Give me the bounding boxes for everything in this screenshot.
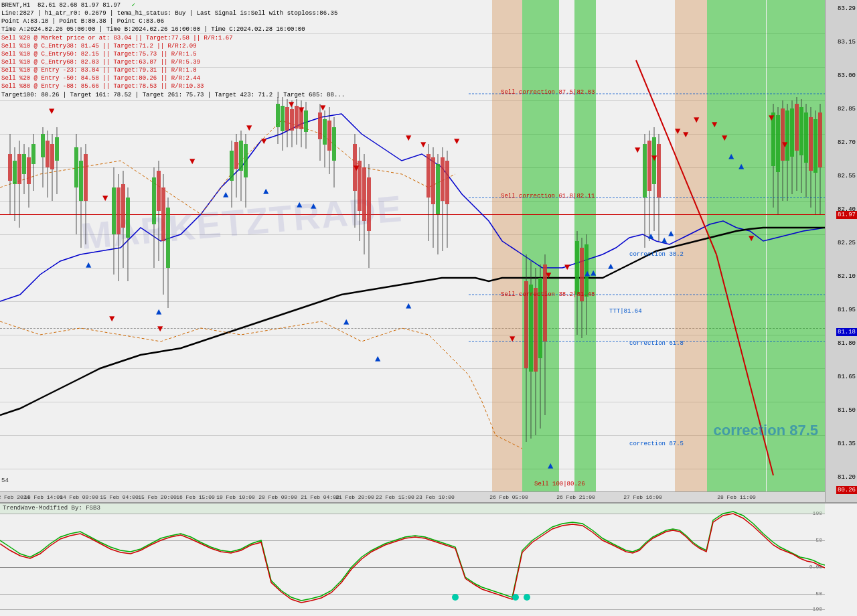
sell-line-3: Sell %10 @ C_Entry50: 82.15 || Target:75… xyxy=(1,50,345,58)
arrow-down-3: ▼ xyxy=(109,313,114,324)
svg-rect-1 xyxy=(8,154,12,181)
chart-title: BRENT,H1 xyxy=(1,2,30,9)
arrow-down-17: ▼ xyxy=(564,262,570,273)
sell-correction-382: Sell correction 38.2|81.48 xyxy=(501,291,595,298)
svg-rect-51 xyxy=(276,104,280,127)
svg-rect-121 xyxy=(785,110,789,161)
time-9: 21 Feb 04:00 xyxy=(301,494,339,500)
arrow-down-7: ▼ xyxy=(261,136,266,147)
sell-line-2: Sell %10 @ C_Entry38: 81.45 || Target:71… xyxy=(1,42,345,50)
svg-rect-101 xyxy=(575,241,579,295)
svg-rect-123 xyxy=(790,108,794,157)
arrow-down-18: ▼ xyxy=(635,145,640,155)
time-8: 20 Feb 09:00 xyxy=(258,494,297,500)
main-container: BRENT,H1 82.61 82.68 81.97 81.97 ✓ Line:… xyxy=(0,0,857,616)
arrow-up-17: ▲ xyxy=(728,151,734,162)
svg-rect-27 xyxy=(112,187,116,234)
svg-rect-15 xyxy=(46,141,50,167)
svg-rect-23 xyxy=(79,161,83,201)
svg-rect-17 xyxy=(50,144,54,169)
sell-line-4: Sell %10 @ C_Entry68: 82.83 || Target:63… xyxy=(1,58,345,66)
svg-rect-125 xyxy=(795,104,799,151)
time-14: 26 Feb 21:00 xyxy=(556,494,595,500)
arrow-down-27: ▼ xyxy=(782,139,787,150)
time-16: 28 Feb 11:00 xyxy=(717,494,756,500)
arrow-up-6: ▲ xyxy=(311,201,316,212)
arrow-up-7: ▲ xyxy=(343,317,349,327)
time-13: 26 Feb 05:00 xyxy=(489,494,528,500)
teal-dot-svg-2 xyxy=(512,594,519,601)
indicator-title: TrendWave-Modified By: FSB3 xyxy=(3,505,100,512)
arrow-down-8: ▼ xyxy=(289,99,294,110)
svg-rect-41 xyxy=(166,208,170,268)
arrow-up-5: ▲ xyxy=(297,200,302,210)
ttt-label: TTT|81.64 xyxy=(609,308,642,315)
indicator-red-line xyxy=(0,514,825,603)
correction-875-label: correction 87.5 xyxy=(629,441,684,447)
time-7: 19 Feb 10:00 xyxy=(216,494,255,500)
svg-rect-29 xyxy=(116,187,121,234)
arrow-up-18: ▲ xyxy=(738,161,744,172)
svg-rect-117 xyxy=(776,115,780,172)
arrow-down-13: ▼ xyxy=(420,139,426,150)
arrow-down-21: ▼ xyxy=(683,129,688,140)
svg-rect-21 xyxy=(74,147,78,187)
price-8180: 81.80 xyxy=(838,340,856,347)
arrow-down-11: ▼ xyxy=(354,163,359,173)
svg-rect-37 xyxy=(157,171,161,211)
time-5: 15 Feb 20:00 xyxy=(138,494,177,500)
price-values: 82.61 82.68 81.97 81.97 xyxy=(37,2,121,9)
svg-rect-109 xyxy=(647,141,651,191)
svg-rect-19 xyxy=(55,137,59,161)
price-54-label: 54 xyxy=(1,477,9,484)
time-2: 13 Feb 14:00 xyxy=(24,494,63,500)
arrow-down-14: ▼ xyxy=(454,136,459,147)
price-8225: 82.25 xyxy=(838,240,856,246)
svg-rect-53 xyxy=(281,106,285,131)
svg-rect-63 xyxy=(304,110,308,132)
teal-dot-svg-3 xyxy=(524,594,530,601)
svg-rect-9 xyxy=(27,157,31,184)
candles-group xyxy=(8,97,822,442)
point-info: Point A:83.18 | Point B:80.38 | Point C:… xyxy=(1,17,345,25)
svg-rect-131 xyxy=(809,117,813,171)
svg-rect-5 xyxy=(17,154,21,184)
svg-rect-71 xyxy=(332,127,336,161)
arrow-up-10: ▲ xyxy=(548,461,553,471)
sell-correction-875: Sell correction 87.5|82.83 xyxy=(501,89,595,96)
svg-rect-7 xyxy=(22,154,26,174)
arrow-up-2: ▲ xyxy=(156,307,161,317)
arrow-up-3: ▲ xyxy=(223,189,228,200)
arrow-down-5: ▼ xyxy=(189,156,195,167)
correction-382-label: correction 38.2 xyxy=(629,251,684,258)
red-trend-line-2 xyxy=(716,254,773,475)
svg-rect-107 xyxy=(643,144,647,198)
arrow-up-12: ▲ xyxy=(591,268,596,279)
svg-rect-39 xyxy=(161,187,165,241)
price-8195: 81.95 xyxy=(838,307,856,313)
time-6: 16 Feb 15:00 xyxy=(176,494,215,500)
time-axis: 12 Feb 2024 13 Feb 14:00 14 Feb 09:00 15… xyxy=(0,491,825,502)
arrow-down-2: ▼ xyxy=(102,193,108,204)
svg-rect-49 xyxy=(244,144,248,177)
svg-rect-119 xyxy=(781,108,785,161)
price-8120: 81.20 xyxy=(838,474,856,481)
indicator-svg xyxy=(0,504,825,616)
targets-line: Target100: 80.26 | Target 161: 78.52 | T… xyxy=(1,91,345,99)
chart-area: BRENT,H1 82.61 82.68 81.97 81.97 ✓ Line:… xyxy=(0,0,857,502)
arrow-down-16: ▼ xyxy=(546,270,551,281)
time-11: 22 Feb 15:00 xyxy=(376,494,414,500)
svg-rect-77 xyxy=(362,167,366,221)
svg-rect-79 xyxy=(367,177,371,231)
arrow-down-9: ▼ xyxy=(299,104,304,115)
svg-rect-83 xyxy=(431,157,435,204)
svg-rect-13 xyxy=(41,134,45,157)
black-ma-line xyxy=(0,228,825,415)
svg-rect-81 xyxy=(426,154,431,198)
svg-rect-25 xyxy=(84,154,88,201)
svg-rect-11 xyxy=(31,144,35,164)
info-panel: BRENT,H1 82.61 82.68 81.97 81.97 ✓ Line:… xyxy=(1,1,345,99)
sell-line-7: Sell %88 @ Entry -88: 85.66 || Target:78… xyxy=(1,82,345,90)
svg-rect-67 xyxy=(323,119,327,145)
svg-rect-33 xyxy=(126,198,130,238)
